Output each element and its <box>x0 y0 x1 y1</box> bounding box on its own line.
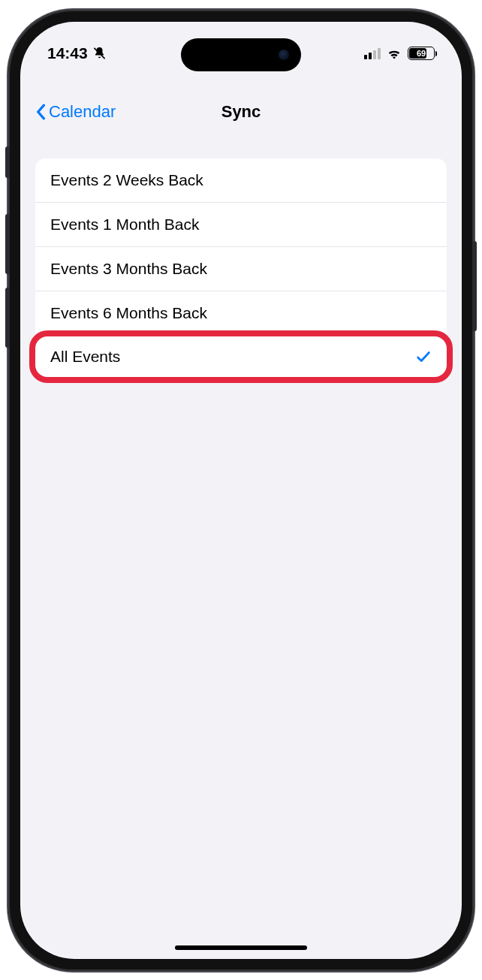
option-label: Events 1 Month Back <box>50 216 199 234</box>
back-button[interactable]: Calendar <box>35 102 116 122</box>
content-area: Events 2 Weeks Back Events 1 Month Back … <box>20 149 462 959</box>
back-label: Calendar <box>49 102 116 122</box>
iphone-frame: 14:43 69 <box>8 10 474 971</box>
option-label: All Events <box>50 348 120 366</box>
home-indicator[interactable] <box>175 945 307 950</box>
sync-options-list: Events 2 Weeks Back Events 1 Month Back … <box>35 158 447 378</box>
screen: 14:43 69 <box>20 22 462 959</box>
dynamic-island <box>181 38 301 71</box>
navigation-bar: Calendar Sync <box>20 91 462 133</box>
sync-option-2-weeks[interactable]: Events 2 Weeks Back <box>35 158 447 202</box>
page-title: Sync <box>221 102 261 122</box>
front-camera <box>279 50 289 60</box>
power-button <box>472 241 477 331</box>
battery-level: 69 <box>417 49 426 58</box>
checkmark-icon <box>415 348 432 365</box>
status-right: 69 <box>364 47 435 60</box>
option-label: Events 2 Weeks Back <box>50 171 203 189</box>
status-time: 14:43 <box>47 44 88 62</box>
option-label: Events 6 Months Back <box>50 304 207 322</box>
option-label: Events 3 Months Back <box>50 260 207 278</box>
volume-up-button <box>5 214 10 274</box>
wifi-icon <box>386 47 402 59</box>
battery-icon: 69 <box>408 47 435 60</box>
sync-option-6-months[interactable]: Events 6 Months Back <box>35 291 447 335</box>
volume-down-button <box>5 288 10 348</box>
status-left: 14:43 <box>47 44 107 62</box>
chevron-left-icon <box>35 104 46 120</box>
silent-bell-icon <box>92 46 107 61</box>
sync-option-3-months[interactable]: Events 3 Months Back <box>35 246 447 291</box>
sync-option-1-month[interactable]: Events 1 Month Back <box>35 202 447 246</box>
sync-option-all-events[interactable]: All Events <box>35 335 447 378</box>
mute-switch <box>5 146 10 178</box>
cellular-signal-icon <box>364 47 381 59</box>
